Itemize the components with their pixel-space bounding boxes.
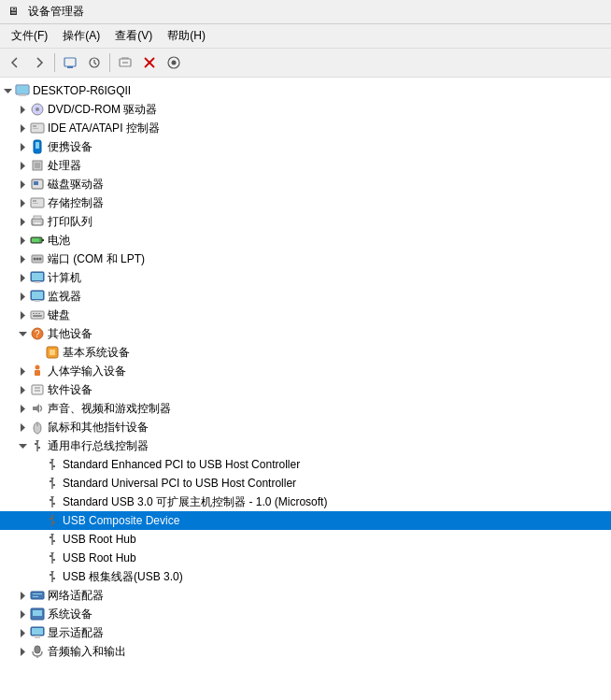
expand-btn-human[interactable] xyxy=(15,364,30,379)
title-text: 设备管理器 xyxy=(28,4,84,20)
tree-item-sys[interactable]: 系统设备 xyxy=(0,605,611,623)
toolbar-update[interactable] xyxy=(114,51,136,74)
expand-btn-keyboard[interactable] xyxy=(15,307,30,322)
tree-item-keyboard[interactable]: 键盘 xyxy=(0,306,611,324)
svg-marker-65 xyxy=(21,367,25,376)
toolbar-uninstall[interactable] xyxy=(138,51,161,74)
svg-marker-60 xyxy=(19,332,27,336)
item-icon-other: ? xyxy=(30,326,45,341)
tree-item-net[interactable]: 网络适配器 xyxy=(0,586,611,605)
expand-btn-sys[interactable] xyxy=(15,607,30,621)
menu-action[interactable]: 操作(A) xyxy=(55,26,107,46)
expand-btn-storage[interactable] xyxy=(15,195,30,210)
expand-btn-cpu[interactable] xyxy=(15,158,30,173)
expand-btn-port[interactable] xyxy=(15,251,30,266)
tree-item-usb1[interactable]: Standard Enhanced PCI to USB Host Contro… xyxy=(0,455,611,474)
item-label-usbcomp: USB Composite Device xyxy=(63,514,179,527)
item-icon-dvd xyxy=(30,102,45,117)
tree-item-cpu[interactable]: 处理器 xyxy=(0,156,611,175)
tree-item-print[interactable]: 打印队列 xyxy=(0,212,611,231)
menu-view[interactable]: 查看(V) xyxy=(107,26,160,46)
svg-marker-74 xyxy=(21,423,25,432)
toolbar-properties[interactable] xyxy=(163,51,185,74)
expand-btn-disk[interactable] xyxy=(15,177,30,192)
item-label-storage: 存储控制器 xyxy=(48,195,104,211)
expand-btn-audio[interactable] xyxy=(15,644,30,659)
expand-btn-ide[interactable] xyxy=(15,121,30,136)
expand-btn-print[interactable] xyxy=(15,214,30,229)
svg-marker-41 xyxy=(21,255,25,264)
toolbar-scan[interactable] xyxy=(83,51,106,74)
item-label-cpu: 处理器 xyxy=(48,158,81,174)
tree-item-port[interactable]: 端口 (COM 和 LPT) xyxy=(0,250,611,268)
svg-rect-120 xyxy=(35,636,40,638)
expand-btn-sound[interactable] xyxy=(15,401,30,416)
tree-item-display[interactable]: 显示适配器 xyxy=(0,623,611,642)
svg-rect-12 xyxy=(17,86,28,93)
tree-item-usb[interactable]: 通用串行总线控制器 xyxy=(0,436,611,455)
svg-rect-122 xyxy=(35,646,40,653)
tree-item-usb3[interactable]: Standard USB 3.0 可扩展主机控制器 - 1.0 (Microso… xyxy=(0,493,611,511)
expand-btn-monitor[interactable] xyxy=(15,289,30,304)
tree-item-usbcomp[interactable]: USB Composite Device xyxy=(0,511,611,530)
item-icon-usb2 xyxy=(45,476,60,491)
tree-item-monitor[interactable]: 监视器 xyxy=(0,287,611,306)
expand-btn-mouse[interactable] xyxy=(15,420,30,435)
tree-item-computer2[interactable]: 计算机 xyxy=(0,268,611,287)
tree-item-ide[interactable]: IDE ATA/ATAPI 控制器 xyxy=(0,119,611,137)
svg-marker-54 xyxy=(21,311,25,320)
tree-item-portable[interactable]: 便携设备 xyxy=(0,137,611,156)
title-bar: 🖥 设备管理器 xyxy=(0,0,611,24)
item-label-mouse: 鼠标和其他指针设备 xyxy=(48,420,149,436)
menu-file[interactable]: 文件(F) xyxy=(4,26,55,46)
svg-marker-23 xyxy=(21,162,25,170)
tree-item-battery[interactable]: 电池 xyxy=(0,231,611,250)
item-label-usb2: Standard Universal PCI to USB Host Contr… xyxy=(63,477,296,490)
expand-btn-display[interactable] xyxy=(15,625,30,640)
svg-rect-112 xyxy=(33,593,42,594)
tree-item-usb2[interactable]: Standard Universal PCI to USB Host Contr… xyxy=(0,474,611,493)
svg-rect-64 xyxy=(50,350,55,355)
expand-btn-battery[interactable] xyxy=(15,233,30,248)
svg-marker-85 xyxy=(50,459,54,462)
svg-rect-95 xyxy=(50,518,52,520)
svg-marker-110 xyxy=(21,592,25,600)
svg-rect-119 xyxy=(32,628,43,635)
toolbar-back[interactable] xyxy=(4,51,26,74)
item-icon-computer2 xyxy=(30,270,45,285)
item-icon-monitor xyxy=(30,289,45,304)
expand-btn-net[interactable] xyxy=(15,588,30,603)
tree-item-human[interactable]: 人体学输入设备 xyxy=(0,362,611,380)
expand-btn-usbhub2 xyxy=(30,550,45,565)
toolbar-devmgr[interactable] xyxy=(59,51,81,74)
item-icon-ide xyxy=(30,121,45,136)
expand-btn-root[interactable] xyxy=(0,83,15,98)
item-icon-battery xyxy=(30,233,45,248)
menu-help[interactable]: 帮助(H) xyxy=(160,26,213,46)
tree-item-mouse[interactable]: 鼠标和其他指针设备 xyxy=(0,418,611,436)
expand-btn-computer2[interactable] xyxy=(15,270,30,285)
expand-btn-portable[interactable] xyxy=(15,139,30,154)
item-icon-net xyxy=(30,588,45,603)
tree-item-root[interactable]: DESKTOP-R6IGQII xyxy=(0,81,611,100)
tree-item-audio[interactable]: 音频输入和输出 xyxy=(0,642,611,661)
tree-item-other[interactable]: ?其他设备 xyxy=(0,324,611,343)
tree-item-sound[interactable]: 声音、视频和游戏控制器 xyxy=(0,399,611,418)
expand-btn-other[interactable] xyxy=(15,326,30,341)
item-icon-usbhub2 xyxy=(45,550,60,565)
tree-item-usbhub2[interactable]: USB Root Hub xyxy=(0,549,611,567)
expand-btn-dvd[interactable] xyxy=(15,102,30,117)
expand-btn-software[interactable] xyxy=(15,382,30,397)
tree-item-dvd[interactable]: DVD/CD-ROM 驱动器 xyxy=(0,100,611,119)
toolbar-forward[interactable] xyxy=(28,51,50,74)
svg-rect-48 xyxy=(32,273,43,280)
tree-item-usbhub3[interactable]: USB 根集线器(USB 3.0) xyxy=(0,567,611,586)
tree-item-basic[interactable]: 基本系统设备 xyxy=(0,343,611,362)
item-label-usbhub3: USB 根集线器(USB 3.0) xyxy=(63,569,183,585)
tree-item-software[interactable]: 软件设备 xyxy=(0,380,611,399)
svg-rect-18 xyxy=(33,125,36,127)
tree-item-usbhub1[interactable]: USB Root Hub xyxy=(0,530,611,549)
expand-btn-usb[interactable] xyxy=(15,438,30,453)
tree-item-storage[interactable]: 存储控制器 xyxy=(0,193,611,212)
tree-item-disk[interactable]: 磁盘驱动器 xyxy=(0,175,611,193)
